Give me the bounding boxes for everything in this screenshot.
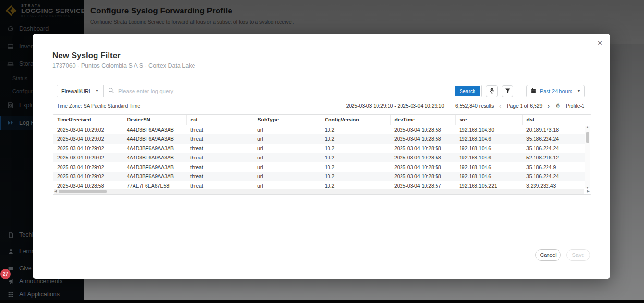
page-next-icon[interactable]: › [547, 103, 550, 108]
filter-funnel-icon [505, 87, 510, 96]
app-root: STRATA LOGGING SERVICE BY PALO ALTO NETW… [0, 0, 644, 303]
search-button[interactable]: Search [455, 86, 480, 96]
table-cell: 4A4D3BF6A9AA3AB [123, 172, 186, 182]
chevron-down-icon: ▼ [95, 89, 99, 93]
table-cell: 2025-03-04 10:29:02 [53, 162, 123, 172]
table-row[interactable]: 2025-03-04 10:29:024A4D3BF6A9AA3ABthreat… [53, 125, 586, 134]
horizontal-scrollbar[interactable]: ◀ ▶ [54, 189, 584, 194]
table-cell: 10.2 [321, 134, 390, 144]
query-toolbar: Firewall/URL ▼ Search [57, 85, 585, 97]
log-query-input[interactable] [114, 88, 454, 94]
table-row[interactable]: 2025-03-04 10:29:024A4D3BF6A9AA3ABthreat… [53, 172, 586, 182]
log-table: TimeReceivedDeviceSNcatSubTypeConfigVers… [53, 114, 591, 195]
table-cell: 2025-03-04 10:29:02 [53, 172, 123, 182]
table-cell: url [254, 144, 321, 153]
gear-icon[interactable]: ⚙ [555, 102, 560, 109]
table-cell: url [254, 125, 321, 134]
table-header-row: TimeReceivedDeviceSNcatSubTypeConfigVers… [53, 115, 586, 125]
table-cell: threat [186, 144, 254, 153]
log-type-value: Firewall/URL [61, 88, 92, 94]
column-header[interactable]: dst [522, 115, 586, 125]
table-cell: 192.168.104.6 [455, 162, 522, 172]
table-cell: 52.108.216.12 [522, 153, 586, 163]
scroll-right-icon[interactable]: ▶ [587, 189, 590, 193]
table-cell: 2025-03-04 10:28:58 [390, 144, 455, 153]
table-cell: 35.186.224.24 [522, 144, 586, 153]
vertical-scroll-thumb[interactable] [586, 132, 589, 143]
column-header[interactable]: SubType [254, 115, 321, 125]
table-cell: 2025-03-04 10:28:58 [390, 172, 455, 182]
time-range-dropdown[interactable]: Past 24 hours ▼ [526, 85, 585, 97]
column-header[interactable]: cat [186, 115, 254, 125]
table-cell: threat [186, 172, 254, 182]
scroll-left-icon[interactable]: ◀ [54, 189, 57, 193]
calendar-icon [531, 87, 536, 96]
meta-divider [450, 103, 450, 109]
table-cell: threat [186, 153, 254, 163]
column-header[interactable]: devTime [390, 115, 455, 125]
profile-label[interactable]: Profile-1 [566, 103, 584, 109]
table-cell: 2025-03-04 10:29:02 [53, 144, 123, 153]
table-row[interactable]: 2025-03-04 10:29:024A4D3BF6A9AA3ABthreat… [53, 144, 586, 153]
window-bottom-edge [0, 300, 644, 303]
table-cell: 35.186.224.24 [522, 134, 586, 144]
cancel-button[interactable]: Cancel [535, 249, 561, 261]
table-cell: 4A4D3BF6A9AA3AB [123, 153, 186, 163]
query-builder-button[interactable] [486, 85, 498, 97]
log-type-dropdown[interactable]: Firewall/URL ▼ [57, 85, 104, 97]
table-cell: 2025-03-04 10:28:58 [390, 162, 455, 172]
page-prev-icon[interactable]: ‹ [499, 103, 502, 108]
table-cell: threat [186, 125, 254, 134]
table-cell: 192.168.104.6 [455, 172, 522, 182]
table-row[interactable]: 2025-03-04 10:29:024A4D3BF6A9AA3ABthreat… [53, 162, 586, 172]
table-cell: 20.189.173.18 [522, 125, 586, 134]
vertical-scrollbar[interactable]: ▲ ▼ [585, 126, 590, 188]
table-cell: 2025-03-04 10:29:02 [53, 134, 123, 144]
column-header[interactable]: TimeReceived [53, 115, 123, 125]
date-range-label: 2025-03-03 10:29:10 - 2025-03-04 10:29:1… [346, 103, 444, 109]
results-meta-row: Time Zone: SA Pacific Standard Time 2025… [57, 102, 584, 109]
table-cell: 2025-03-04 10:28:58 [390, 153, 455, 163]
table-cell: url [254, 162, 321, 172]
table-cell: 35.186.224.9 [522, 162, 586, 172]
table-cell: 4A4D3BF6A9AA3AB [123, 125, 186, 134]
table-cell: 2025-03-04 10:29:02 [53, 125, 123, 134]
table-cell: threat [186, 134, 254, 144]
table-row[interactable]: 2025-03-04 10:29:024A4D3BF6A9AA3ABthreat… [53, 153, 586, 163]
table-cell: 2025-03-04 10:29:02 [53, 153, 123, 163]
notification-badge: 27 [0, 269, 11, 279]
search-icon [108, 87, 114, 96]
table-cell: 192.168.104.6 [455, 134, 522, 144]
column-header[interactable]: ConfigVersion [321, 115, 390, 125]
table-cell: 4A4D3BF6A9AA3AB [123, 162, 186, 172]
table-cell: 10.2 [321, 172, 390, 182]
query-input-group: Firewall/URL ▼ Search [57, 85, 482, 97]
scroll-down-icon[interactable]: ▼ [586, 186, 589, 189]
table-row[interactable]: 2025-03-04 10:29:024A4D3BF6A9AA3ABthreat… [53, 134, 586, 144]
scroll-up-icon[interactable]: ▲ [586, 125, 589, 129]
table-cell: 10.2 [321, 162, 390, 172]
chevron-down-icon: ▼ [577, 89, 581, 93]
table-cell: 2025-03-04 10:28:58 [390, 125, 455, 134]
table-cell: 35.186.224.24 [522, 172, 586, 182]
filter-button[interactable] [502, 85, 513, 97]
modal-subtitle: 1737060 - Puntos Colombia S A S - Cortex… [52, 62, 195, 69]
horizontal-scroll-thumb[interactable] [59, 190, 107, 193]
column-header[interactable]: DeviceSN [123, 115, 186, 125]
table-cell: url [254, 153, 321, 163]
new-syslog-filter-modal: ✕ New Syslog Filter 1737060 - Puntos Col… [33, 34, 610, 279]
close-icon[interactable]: ✕ [597, 39, 603, 47]
page-indicator[interactable]: Page 1 of 6,529 [507, 103, 542, 109]
log-table-body: 2025-03-04 10:29:024A4D3BF6A9AA3ABthreat… [53, 125, 586, 191]
mic-icon [489, 87, 495, 96]
table-cell: 192.168.104.30 [455, 125, 522, 134]
save-button[interactable]: Save [566, 249, 590, 261]
table-cell: url [254, 172, 321, 182]
table-cell: 192.168.104.6 [455, 153, 522, 163]
table-cell: 10.2 [321, 153, 390, 163]
results-count: 6,552,840 results [455, 103, 494, 109]
table-cell: 2025-03-04 10:28:58 [390, 134, 455, 144]
column-header[interactable]: src [455, 115, 522, 125]
table-cell: 192.168.104.6 [455, 144, 522, 153]
timezone-label: Time Zone: SA Pacific Standard Time [57, 103, 140, 109]
